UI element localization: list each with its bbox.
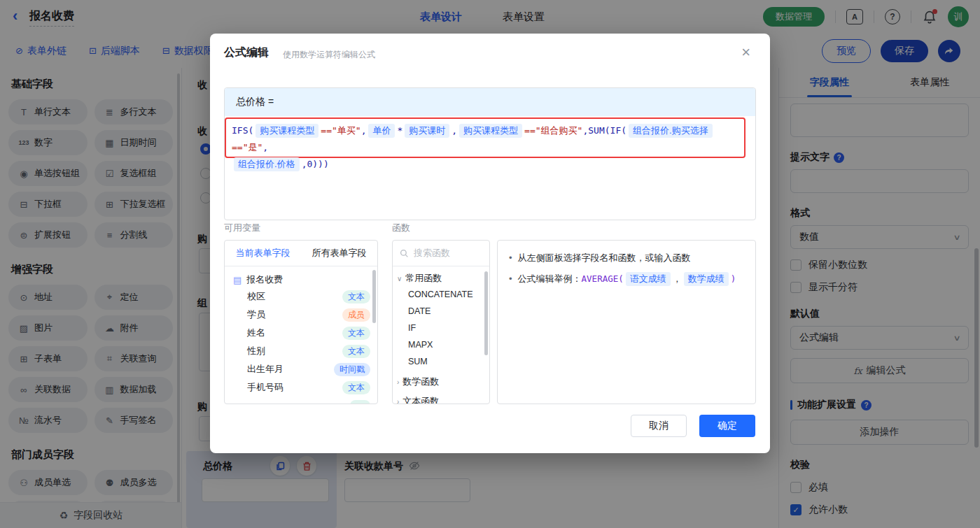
formula-token-chip[interactable]: 购买课程类型: [255, 124, 318, 138]
variable-row[interactable]: 出生年月时间戳: [225, 360, 377, 378]
functions-label: 函数: [392, 222, 410, 234]
hint-line-2: • 公式编辑举例：AVERAGE(语文成绩，数学成绩): [509, 271, 744, 287]
formula-token-fn: ,0))): [302, 159, 329, 169]
form-file-icon: ▤: [233, 275, 241, 285]
formula-token-chip[interactable]: 购买课时: [405, 124, 449, 138]
bullet-icon: •: [509, 250, 512, 266]
formula-token-fn: ,: [451, 125, 457, 136]
function-groups: ∨常用函数CONCATENATEDATEIFMAPXSUM›数学函数›文本函数: [393, 266, 489, 404]
variable-row[interactable]: 校区文本: [225, 287, 377, 306]
formula-token-chip[interactable]: 购买课程类型: [459, 124, 522, 138]
variable-type-badge: 成员: [342, 308, 370, 322]
variable-type-badge: 时间戳: [334, 363, 370, 376]
formula-token-fn: ,: [262, 142, 268, 152]
chevron-down-icon: ∨: [397, 275, 402, 283]
variable-name: 出生年月: [247, 363, 284, 376]
formula-token-chip[interactable]: 组合报价.购买选择: [629, 124, 713, 138]
hint-example: 公式编辑举例：AVERAGE(语文成绩，数学成绩): [518, 271, 736, 287]
search-placeholder: 搜索函数: [414, 247, 450, 259]
cancel-button[interactable]: 取消: [631, 415, 687, 437]
chevron-right-icon: ›: [397, 378, 399, 386]
hint-example-prefix: 公式编辑举例：: [518, 273, 582, 284]
variables-root[interactable]: ▤ 报名收费: [225, 266, 377, 287]
variables-scrollbar[interactable]: [372, 270, 376, 323]
function-item[interactable]: DATE: [393, 303, 489, 320]
modal-title: 公式编辑: [224, 45, 269, 60]
hint-example-close: ): [731, 273, 736, 284]
functions-scrollbar[interactable]: [484, 271, 488, 355]
hint-example-field: 语文成绩: [626, 272, 671, 286]
formula-editor-modal: 公式编辑 使用数学运算符编辑公式 × 总价格 = IFS(购买课程类型=="单买…: [210, 34, 770, 453]
variable-row[interactable]: 手机号码文本: [225, 378, 377, 397]
variable-type-badge: 文本: [342, 345, 370, 358]
modal-subtitle: 使用数学运算符编辑公式: [283, 49, 375, 61]
variables-box: 当前表单字段所有表单字段 ▤ 报名收费 校区文本学员成员姓名文本性别文本出生年月…: [224, 240, 378, 404]
variables-tab[interactable]: 当前表单字段: [225, 241, 301, 266]
hint-example-separator: ，: [673, 273, 682, 284]
confirm-button[interactable]: 确定: [699, 415, 755, 437]
variable-row[interactable]: 学员成员: [225, 306, 377, 324]
formula-token-op: =="组合购买": [524, 125, 582, 136]
variables-label: 可用变量: [224, 222, 260, 234]
hints-box: • 从左侧面板选择字段名和函数，或输入函数 • 公式编辑举例：AVERAGE(语…: [497, 240, 756, 404]
formula-expression[interactable]: IFS(购买课程类型=="单买",单价*购买课时,购买课程类型=="组合购买",…: [225, 117, 746, 158]
function-group[interactable]: ›数学函数: [393, 370, 489, 390]
function-item[interactable]: IF: [393, 320, 489, 336]
formula-token-fn: *: [397, 125, 402, 136]
variable-type-badge: [350, 400, 370, 404]
search-icon: [400, 249, 409, 258]
formula-token-fn: ,SUM(IF(: [582, 125, 626, 136]
variable-row[interactable]: 姓名文本: [225, 324, 377, 342]
app-root: ‹ 报名收费 表单设计表单设置 数据管理 A ? 训 ⊘表单外链⊡后端脚本⊟数据…: [0, 0, 980, 528]
formula-token-chip[interactable]: 单价: [368, 124, 395, 138]
variable-type-badge: 文本: [342, 327, 370, 340]
variables-root-label: 报名收费: [246, 273, 283, 286]
function-search[interactable]: 搜索函数: [393, 241, 489, 266]
formula-panel: 总价格 = IFS(购买课程类型=="单买",单价*购买课时,购买课程类型=="…: [224, 87, 756, 220]
variable-name: 学员: [247, 308, 265, 321]
function-group-label: 数学函数: [402, 376, 439, 388]
variables-tab[interactable]: 所有表单字段: [301, 241, 377, 266]
formula-token-op: =="单买": [321, 125, 360, 136]
hint-line-1: • 从左侧面板选择字段名和函数，或输入函数: [509, 250, 744, 266]
variable-row[interactable]: 性别文本: [225, 342, 377, 360]
variable-name: 姓名: [247, 327, 265, 339]
function-group-label: 文本函数: [402, 395, 439, 404]
variables-list: 校区文本学员成员姓名文本性别文本出生年月时间戳手机号码文本: [225, 287, 377, 404]
function-group-label: 常用函数: [405, 272, 442, 285]
bullet-icon: •: [509, 271, 512, 287]
variable-row-partial[interactable]: [225, 397, 377, 404]
function-group[interactable]: ∨常用函数: [393, 266, 489, 286]
formula-token-fn: IFS(: [232, 125, 253, 136]
function-group[interactable]: ›文本函数: [393, 390, 489, 404]
chevron-right-icon: ›: [397, 398, 399, 405]
variable-name: 性别: [247, 345, 265, 357]
function-item[interactable]: SUM: [393, 353, 489, 370]
variable-name: 手机号码: [247, 381, 284, 394]
variable-name: 校区: [247, 290, 265, 303]
formula-token-op: =="是": [232, 142, 262, 152]
close-icon[interactable]: ×: [741, 43, 750, 62]
hint-line-1-text: 从左侧面板选择字段名和函数，或输入函数: [518, 250, 691, 266]
variable-type-badge: 文本: [342, 290, 370, 304]
hint-example-field: 数学成绩: [684, 272, 729, 286]
variables-tabs: 当前表单字段所有表单字段: [225, 241, 377, 266]
function-item[interactable]: CONCATENATE: [393, 286, 489, 303]
formula-token-fn: ,: [361, 125, 367, 136]
functions-box: 搜索函数 ∨常用函数CONCATENATEDATEIFMAPXSUM›数学函数›…: [392, 240, 490, 404]
formula-target: 总价格 =: [225, 88, 755, 116]
hint-example-function: AVERAGE(: [582, 273, 624, 284]
function-item[interactable]: MAPX: [393, 336, 489, 353]
variable-type-badge: 文本: [342, 381, 370, 394]
formula-token-chip[interactable]: 组合报价.价格: [234, 157, 300, 171]
